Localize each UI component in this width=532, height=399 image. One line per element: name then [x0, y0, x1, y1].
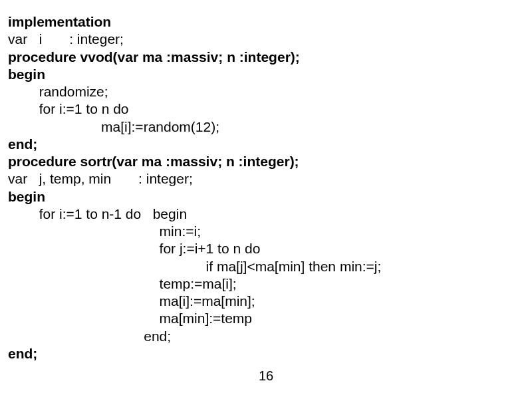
code-line: temp:=ma[i]; — [8, 275, 524, 293]
code-line: end; — [8, 328, 524, 345]
code-line: end; — [8, 136, 524, 153]
code-line: procedure vvod(var ma :massiv; n :intege… — [8, 49, 524, 66]
code-line: ma[i]:=random(12); — [8, 118, 524, 136]
code-line: randomize; — [8, 83, 524, 100]
code-line: procedure sortr(var ma :massiv; n :integ… — [8, 153, 524, 170]
code-line: for i:=1 to n do — [8, 100, 524, 118]
code-line: end; — [8, 345, 524, 362]
code-line: for i:=1 to n-1 do begin — [8, 205, 524, 223]
code-line: for j:=i+1 to n do — [8, 240, 524, 257]
code-line: implementation — [8, 13, 524, 31]
code-line: begin — [8, 66, 524, 83]
code-line: ma[i]:=ma[min]; — [8, 293, 524, 310]
code-line: begin — [8, 188, 524, 205]
code-line: ma[min]:=temp — [8, 310, 524, 327]
code-line: var j, temp, min : integer; — [8, 170, 524, 188]
page-number: 16 — [0, 368, 532, 384]
code-line: if ma[j]<ma[min] then min:=j; — [8, 258, 524, 275]
code-line: min:=i; — [8, 223, 524, 240]
code-block: implementation var i : integer; procedur… — [8, 13, 524, 362]
code-line: var i : integer; — [8, 31, 524, 48]
